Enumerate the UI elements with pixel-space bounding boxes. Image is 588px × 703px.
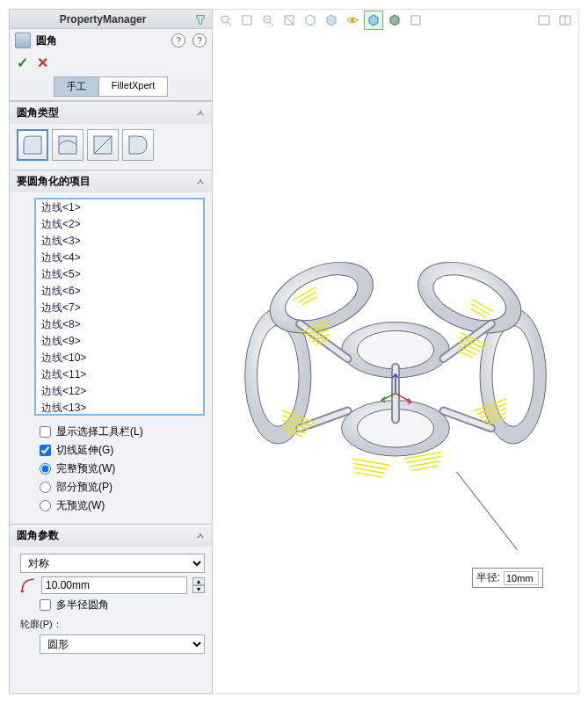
section-title: 要圆角化的项目	[17, 174, 91, 189]
feature-name: 圆角	[36, 33, 164, 48]
type-variable[interactable]	[52, 129, 83, 161]
type-full[interactable]	[122, 129, 154, 161]
radius-icon	[20, 577, 36, 593]
list-item[interactable]: 边线<10>	[36, 350, 203, 366]
symmetry-select-row: 对称	[17, 552, 205, 575]
view-orient-icon[interactable]	[301, 11, 320, 30]
section-title: 圆角类型	[17, 105, 59, 120]
section-head-items[interactable]: 要圆角化的项目 ㅅ	[10, 170, 212, 192]
svg-point-1	[21, 590, 24, 592]
feature-title-row: 圆角 ? ?	[10, 29, 212, 52]
confirm-row: ✓ ✕	[10, 52, 212, 73]
callout-label: 半径:	[476, 570, 500, 585]
viewport-layout-icon[interactable]	[534, 11, 554, 30]
list-item[interactable]: 边线<12>	[36, 383, 203, 400]
list-item[interactable]: 边线<2>	[36, 216, 203, 233]
list-item[interactable]: 边线<13>	[36, 400, 203, 416]
cancel-button[interactable]: ✕	[37, 54, 48, 71]
chevron-up-icon: ㅅ	[196, 530, 205, 542]
pin-icon[interactable]	[192, 11, 208, 27]
symmetry-select[interactable]: 对称	[20, 554, 205, 573]
list-item[interactable]: 边线<6>	[36, 283, 203, 300]
list-item[interactable]: 边线<1>	[36, 199, 203, 216]
svg-point-5	[351, 18, 354, 22]
svg-rect-3	[243, 16, 251, 25]
section-params: 圆角参数 ㅅ 对称 ▲▼ 多半径圆角 轮廓(P)： 圆形	[10, 524, 212, 664]
svg-rect-7	[539, 16, 549, 25]
radius-input[interactable]	[41, 576, 187, 594]
radio-full-preview[interactable]: 完整预览(W)	[17, 460, 205, 478]
prev-view-icon[interactable]	[258, 11, 278, 30]
tab-filletxpert[interactable]: FilletXpert	[99, 76, 169, 97]
list-item[interactable]: 边线<11>	[36, 366, 203, 383]
view-toolbar	[213, 9, 578, 32]
chk-multi-radius[interactable]: 多半径圆角	[17, 596, 205, 614]
section-view-icon[interactable]	[279, 11, 299, 30]
view-settings-icon[interactable]	[406, 11, 425, 30]
list-item[interactable]: 边线<9>	[36, 333, 203, 350]
chk-tangent[interactable]: 切线延伸(G)	[17, 441, 205, 460]
viewport-link-icon[interactable]	[555, 11, 575, 30]
hide-show-icon[interactable]	[343, 11, 362, 30]
help2-icon[interactable]: ?	[192, 33, 207, 47]
profile-label: 轮廓(P)：	[20, 618, 205, 631]
graphics-area[interactable]: 半径:	[213, 9, 579, 694]
list-item[interactable]: 边线<4>	[36, 250, 203, 266]
model-view[interactable]	[213, 33, 578, 693]
radio-no-preview[interactable]: 无预览(W)	[17, 496, 205, 515]
help-icon[interactable]: ?	[171, 33, 185, 47]
fillet-icon	[15, 33, 31, 48]
list-item[interactable]: 边线<8>	[36, 316, 203, 333]
svg-rect-6	[411, 16, 420, 25]
radio-partial-preview[interactable]: 部分预览(P)	[17, 478, 205, 496]
section-title: 圆角参数	[17, 528, 59, 543]
section-head-type[interactable]: 圆角类型 ㅅ	[10, 102, 212, 124]
pm-title: PropertyManager	[13, 13, 192, 25]
zoom-fit-icon[interactable]	[216, 11, 236, 30]
chk-show-toolbar[interactable]: 显示选择工具栏(L)	[17, 423, 205, 441]
pm-header: PropertyManager	[10, 10, 212, 29]
zoom-area-icon[interactable]	[237, 11, 257, 30]
profile-select[interactable]: 圆形	[40, 634, 205, 654]
list-item[interactable]: 边线<7>	[36, 300, 203, 316]
chevron-up-icon: ㅅ	[196, 176, 205, 188]
chevron-up-icon: ㅅ	[196, 107, 205, 120]
type-constant[interactable]	[17, 129, 48, 161]
svg-point-2	[221, 16, 229, 23]
list-item[interactable]: 边线<5>	[36, 266, 203, 283]
section-head-params[interactable]: 圆角参数 ㅅ	[10, 525, 212, 547]
edit-appearance-icon[interactable]	[364, 11, 383, 30]
list-item[interactable]: 边线<3>	[36, 233, 203, 250]
pm-body: 圆角类型 ㅅ 要圆角化的项目 ㅅ	[10, 101, 212, 693]
section-items: 要圆角化的项目 ㅅ 边线<1>边线<2>边线<3>边线<4>边线<5>边线<6>…	[10, 170, 212, 524]
display-style-icon[interactable]	[322, 11, 341, 30]
fillet-type-options	[17, 129, 205, 161]
callout-value[interactable]	[504, 571, 539, 585]
tab-manual[interactable]: 手工	[54, 76, 99, 97]
radius-callout[interactable]: 半径:	[472, 568, 543, 588]
property-manager-panel: PropertyManager 圆角 ? ? ✓ ✕ 手工 FilletXper…	[9, 9, 213, 694]
profile-row: 圆形	[17, 633, 205, 656]
section-fillet-type: 圆角类型 ㅅ	[10, 101, 212, 170]
radius-spinner[interactable]: ▲▼	[192, 577, 205, 593]
apply-scene-icon[interactable]	[385, 11, 404, 30]
svg-point-14	[258, 325, 300, 426]
radius-row: ▲▼	[17, 575, 205, 596]
ok-button[interactable]: ✓	[17, 54, 28, 71]
edge-selection-list[interactable]: 边线<1>边线<2>边线<3>边线<4>边线<5>边线<6>边线<7>边线<8>…	[34, 198, 205, 416]
type-face[interactable]	[87, 129, 119, 161]
mode-tabs: 手工 FilletXpert	[10, 73, 212, 101]
